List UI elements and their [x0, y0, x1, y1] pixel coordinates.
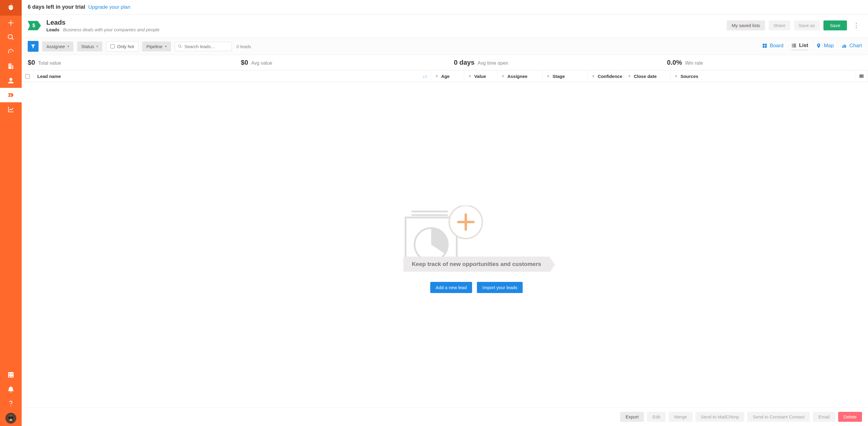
- sidebar: [0, 0, 22, 426]
- svg-rect-13: [793, 45, 796, 46]
- th-stage[interactable]: ▼Stage: [542, 70, 588, 82]
- magnifier-icon: [7, 34, 14, 41]
- filter-icon: ▼: [674, 74, 678, 78]
- send-constant-contact-button[interactable]: Send to Constant Contact: [747, 412, 810, 422]
- import-leads-button[interactable]: Import your leads: [477, 282, 523, 293]
- svg-point-3: [10, 419, 12, 421]
- th-lead-name[interactable]: Lead name ↓↑: [34, 70, 431, 82]
- view-chart[interactable]: Chart: [841, 43, 862, 50]
- trial-bar: 6 days left in your trial Upgrade your p…: [22, 0, 868, 14]
- acorn-icon: [7, 4, 15, 12]
- columns-icon: [859, 73, 864, 79]
- save-button[interactable]: Save: [824, 21, 847, 30]
- sidebar-notifications[interactable]: [0, 382, 22, 396]
- search-wrap[interactable]: [175, 42, 232, 51]
- svg-point-2: [11, 417, 13, 419]
- delete-button[interactable]: Delete: [838, 412, 862, 422]
- th-age[interactable]: ▼Age: [431, 70, 464, 82]
- tag-dollar-icon: $: [28, 21, 41, 31]
- sidebar-search[interactable]: [0, 30, 22, 44]
- app-logo[interactable]: [0, 0, 22, 15]
- my-saved-lists-button[interactable]: My saved lists: [727, 21, 765, 30]
- chart-icon: [7, 106, 14, 113]
- send-mailchimp-button[interactable]: Send to MailChimp: [695, 412, 745, 422]
- sidebar-add[interactable]: [0, 15, 22, 30]
- person-icon: [7, 77, 14, 84]
- svg-rect-8: [763, 46, 765, 48]
- save-as-button[interactable]: Save as: [794, 21, 820, 30]
- sidebar-dashboard[interactable]: [0, 44, 22, 59]
- sidebar-apps[interactable]: [0, 368, 22, 382]
- sidebar-leads[interactable]: [0, 88, 22, 102]
- view-board[interactable]: Board: [762, 43, 783, 50]
- share-button[interactable]: Share: [769, 21, 790, 30]
- filter-icon: ▼: [591, 74, 595, 78]
- email-button[interactable]: Email: [813, 412, 835, 422]
- svg-rect-11: [793, 44, 796, 44]
- search-input[interactable]: [184, 44, 228, 49]
- svg-rect-9: [765, 46, 767, 48]
- column-picker[interactable]: [855, 70, 868, 82]
- trial-text: 6 days left in your trial: [28, 4, 85, 10]
- avatar-icon: [5, 413, 16, 424]
- view-map[interactable]: Map: [816, 43, 834, 50]
- plus-icon: [7, 19, 14, 27]
- page-title: Leads: [46, 19, 160, 27]
- upgrade-link[interactable]: Upgrade your plan: [88, 4, 130, 10]
- svg-rect-12: [792, 45, 793, 46]
- th-assignee[interactable]: ▼Assignee: [497, 70, 542, 82]
- assignee-filter[interactable]: Assignee ▾: [42, 41, 73, 52]
- lead-count: 0 leads: [237, 44, 251, 49]
- svg-rect-17: [844, 44, 845, 48]
- page-subtitle-desc: Business deals with your companies and p…: [63, 27, 160, 32]
- chevron-down-icon: ▾: [67, 44, 69, 48]
- page-subtitle-bold: Leads: [46, 27, 59, 32]
- chevron-down-icon: ▾: [96, 44, 98, 48]
- sidebar-reports[interactable]: [0, 102, 22, 117]
- pipeline-filter[interactable]: Pipeline ▾: [142, 41, 171, 52]
- magnifier-icon: [178, 44, 182, 49]
- only-hot-checkbox[interactable]: [111, 44, 115, 48]
- add-lead-button[interactable]: Add a new lead: [430, 282, 472, 293]
- tag-dollar-icon: [7, 92, 14, 99]
- filter-toggle-button[interactable]: [28, 41, 38, 52]
- export-button[interactable]: Export: [620, 412, 644, 422]
- filter-icon: ▼: [627, 74, 631, 78]
- sidebar-people[interactable]: [0, 73, 22, 88]
- only-hot-toggle[interactable]: Only hot: [106, 41, 138, 52]
- dice-icon: [7, 371, 14, 379]
- svg-rect-20: [861, 74, 862, 77]
- th-confidence[interactable]: ▼Confidence: [588, 70, 624, 82]
- leads-badge: $: [28, 21, 41, 31]
- th-sources[interactable]: ▼Sources: [671, 70, 855, 82]
- filter-icon: ▼: [435, 74, 439, 78]
- bar-chart-icon: [841, 43, 847, 48]
- edit-button[interactable]: Edit: [647, 412, 666, 422]
- chevron-down-icon: ▾: [165, 44, 167, 48]
- stat-avg-value: $0 Avg value: [241, 59, 436, 66]
- th-select-all[interactable]: [22, 70, 34, 82]
- empty-message: Keep track of new opportunities and cust…: [403, 257, 550, 272]
- building-icon: [7, 63, 14, 70]
- user-avatar[interactable]: [5, 413, 16, 424]
- gauge-icon: [7, 48, 14, 55]
- svg-rect-16: [842, 46, 843, 48]
- bell-icon: [7, 386, 14, 393]
- svg-point-0: [5, 413, 16, 424]
- more-menu[interactable]: ⋮: [850, 22, 862, 30]
- th-close-date[interactable]: ▼Close date: [624, 70, 671, 82]
- th-value[interactable]: ▼Value: [464, 70, 497, 82]
- footer-actions: Export Edit Merge Send to MailChimp Send…: [22, 407, 868, 426]
- status-filter[interactable]: Status ▾: [77, 41, 103, 52]
- select-all-checkbox[interactable]: [25, 74, 30, 78]
- svg-rect-10: [792, 44, 793, 44]
- funnel-icon: [30, 44, 36, 49]
- filter-icon: ▼: [468, 74, 472, 78]
- board-icon: [762, 43, 768, 48]
- sidebar-help[interactable]: [0, 396, 22, 411]
- stat-total-value: $0 Total value: [28, 59, 223, 66]
- view-list[interactable]: List: [791, 42, 808, 50]
- svg-rect-6: [763, 44, 765, 45]
- merge-button[interactable]: Merge: [669, 412, 692, 422]
- sidebar-companies[interactable]: [0, 59, 22, 73]
